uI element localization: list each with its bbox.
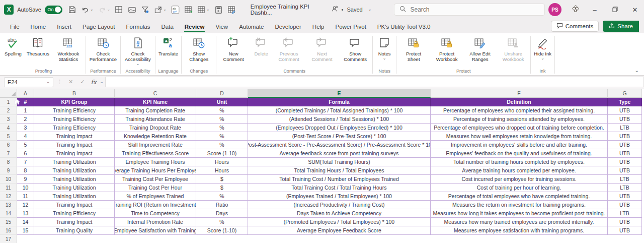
cell[interactable]: LTB [608,209,642,218]
row-header-11[interactable]: 11 [0,184,17,192]
cell[interactable]: $ [196,175,248,184]
new-comment-button[interactable]: New Comment [217,34,250,68]
column-header-G[interactable]: G [608,89,642,98]
minimize-button[interactable]: – [590,6,600,14]
empty-cell[interactable] [431,235,608,243]
cell[interactable]: UTB [608,106,642,115]
cell[interactable]: 2 [17,115,34,124]
tab-file[interactable]: File [5,21,25,33]
empty-cell[interactable] [34,235,115,243]
cell[interactable]: Measures how long it takes employees to … [431,209,608,218]
cell[interactable]: % [196,106,248,115]
cell[interactable]: UTB [608,226,642,235]
header-cell-A[interactable]: # [17,98,34,106]
header-cell-C[interactable]: KPI Name [115,98,196,106]
cell[interactable]: UTB [608,201,642,209]
cell[interactable]: % [196,124,248,132]
name-box[interactable]: E24 ⌄ [4,77,53,87]
column-header-B[interactable]: B [34,89,115,98]
cell[interactable]: % [196,192,248,201]
cell[interactable]: Ratio [196,201,248,209]
undo-icon[interactable]: ⌄ [81,6,94,14]
cell[interactable]: (Employees Trained / Total Employees) * … [248,192,431,201]
cell[interactable]: Training Utilization [34,184,115,192]
empty-cell[interactable] [248,235,431,243]
empty-cell[interactable] [608,235,642,243]
cell[interactable]: Training Utilization [34,158,115,166]
cell[interactable]: (Completed Trainings / Total Assigned Tr… [248,106,431,115]
row-header-4[interactable]: 4 [0,124,17,132]
tab-review[interactable]: Review [180,21,210,33]
cell[interactable]: Training Impact [34,132,115,141]
cell[interactable]: $ [196,184,248,192]
row-header-16[interactable]: 16 [0,226,17,235]
cell[interactable]: LTB [608,175,642,184]
avatar[interactable]: PS [548,3,561,16]
cell[interactable]: Training Efficiency [34,124,115,132]
cell[interactable]: 1 [17,106,34,115]
camera-icon[interactable] [128,6,136,14]
cell[interactable]: Skill Improvement Rate [115,141,196,149]
cell[interactable]: Training Completion Rate [115,106,196,115]
header-cell-B[interactable]: KPI Group [34,98,115,106]
cell[interactable]: SUM(Total Training Hours) [248,158,431,166]
tab-insert[interactable]: Insert [52,21,76,33]
share-button[interactable]: Share [603,21,639,32]
cell[interactable]: 11 [17,192,34,201]
cell[interactable]: UTB [608,132,642,141]
cell[interactable]: (Post-Assessment Score - Pre-Assessment … [248,141,431,149]
cell[interactable]: Training Quality [34,226,115,235]
cell[interactable]: 9 [17,175,34,184]
workbook-statistics-button[interactable]: 123Workbook Statistics [52,34,85,68]
header-cell-E[interactable]: Formula [248,98,431,106]
cell[interactable]: Measures the return on investment for tr… [431,201,608,209]
column-header-D[interactable]: D [196,89,248,98]
cell[interactable]: % [196,141,248,149]
cell[interactable]: Improvement in employees' skills before … [431,141,608,149]
cell[interactable]: Internal Promotion Rate [115,218,196,226]
cell[interactable]: (Promoted Employees / Total Employees) *… [248,218,431,226]
cell[interactable]: % [196,132,248,141]
row-header-13[interactable]: 13 [0,201,17,209]
sensitivity-diamond-icon[interactable] [572,5,580,15]
export-icon[interactable]: ⌄ [154,6,167,14]
cell[interactable]: UTB [608,149,642,158]
show-comments-button[interactable]: Show Comments [339,34,372,68]
cell[interactable]: 4 [17,132,34,141]
cell[interactable]: UTB [608,158,642,166]
excel-logo-icon[interactable]: X [4,5,14,15]
cell[interactable]: 14 [17,218,34,226]
cell[interactable]: Training Utilization [34,192,115,201]
table-edit-icon[interactable] [227,6,236,14]
cell[interactable]: Percentage of employees who completed th… [431,106,608,115]
borders-icon[interactable] [115,6,123,14]
cell[interactable]: Training Efficiency [34,106,115,115]
filter-icon[interactable] [141,6,149,14]
tab-developer[interactable]: Developer [270,21,306,33]
cell[interactable]: Training Impact [34,141,115,149]
autocorrect-icon[interactable]: abc↵ [171,6,180,14]
row-header-14[interactable]: 14 [0,209,17,218]
header-cell-F[interactable]: Definition [431,98,608,106]
cell[interactable]: Training Impact [34,149,115,158]
cell[interactable]: Training Dropout Rate [115,124,196,132]
row-header-5[interactable]: 5 [0,132,17,141]
cell[interactable]: 6 [17,149,34,158]
header-cell-G[interactable]: Type [608,98,642,106]
search-input[interactable]: Search [394,4,545,16]
save-icon[interactable] [68,6,76,14]
cell[interactable]: Total number of training hours completed… [431,158,608,166]
cell[interactable]: Training Utilization [34,166,115,175]
insert-table-icon[interactable] [184,6,193,14]
column-header-A[interactable]: A [17,89,34,98]
cell[interactable]: Training ROI (Return on Investment) [115,201,196,209]
show-changes-button[interactable]: Show Changes [182,34,215,68]
cell[interactable]: Average Employee Feedback Score [248,226,431,235]
tab-data[interactable]: Data [156,21,179,33]
cell[interactable]: Percentage of employees who dropped out … [431,124,608,132]
cell[interactable]: Training Attendance Rate [115,115,196,124]
cell[interactable]: 15 [17,226,34,235]
cell[interactable]: Hours [196,166,248,175]
autosave-toggle[interactable]: On [45,6,62,14]
tab-power-pivot[interactable]: Power Pivot [330,21,371,33]
